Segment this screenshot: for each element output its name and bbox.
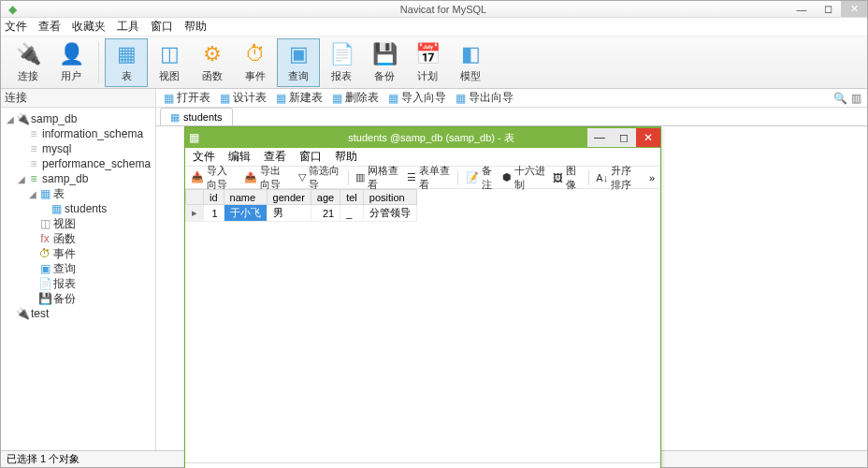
tree-twisty-icon[interactable]: ◢ bbox=[7, 114, 16, 124]
tree-item-icon: ≡ bbox=[27, 127, 40, 140]
menu-查看[interactable]: 查看 bbox=[38, 19, 61, 35]
table-icon: ▦ bbox=[170, 111, 180, 124]
tree-item-label: mysql bbox=[40, 142, 71, 155]
ribbon-用户[interactable]: 👤用户 bbox=[50, 38, 93, 87]
tree-报表[interactable]: 📄报表 bbox=[1, 276, 155, 291]
childtool-导入向导[interactable]: 📥导入向导 bbox=[191, 164, 237, 192]
childtool-十六进制[interactable]: ⬢十六进制 bbox=[502, 164, 545, 192]
ribbon-视图[interactable]: ◫视图 bbox=[148, 38, 191, 87]
connection-tree[interactable]: ◢🔌samp_db≡information_schema≡mysql≡perfo… bbox=[1, 108, 156, 450]
sectool-设计表[interactable]: ▦ 设计表 bbox=[220, 90, 267, 106]
tree-samp_db[interactable]: ◢≡samp_db bbox=[1, 171, 155, 186]
tree-item-icon: ▦ bbox=[38, 187, 51, 200]
tree-表[interactable]: ◢▦表 bbox=[1, 186, 155, 201]
tree-twisty-icon[interactable]: ◢ bbox=[18, 174, 27, 184]
child-minimize[interactable]: — bbox=[587, 128, 612, 147]
tree-mysql[interactable]: ≡mysql bbox=[1, 141, 155, 156]
tree-information_schema[interactable]: ≡information_schema bbox=[1, 126, 155, 141]
col-tel[interactable]: tel bbox=[340, 190, 364, 205]
报表-icon: 📄 bbox=[328, 41, 354, 67]
childtool-图像[interactable]: 🖼图像 bbox=[553, 164, 580, 192]
childtool-网格查看[interactable]: ▥网格查看 bbox=[355, 164, 398, 192]
menu-帮助[interactable]: 帮助 bbox=[184, 19, 207, 35]
data-grid[interactable]: idnamegenderagetelposition▸1于小飞男21_分管领导 bbox=[185, 189, 660, 462]
nav-btn-5[interactable]: ＋ bbox=[269, 464, 281, 468]
menu-窗口[interactable]: 窗口 bbox=[151, 19, 173, 35]
col-id[interactable]: id bbox=[204, 190, 224, 205]
sectool-打开表[interactable]: ▦ 打开表 bbox=[164, 90, 210, 106]
cell-age[interactable]: 21 bbox=[311, 205, 340, 222]
tree-test[interactable]: 🔌test bbox=[1, 306, 155, 321]
tree-item-icon: 🔌 bbox=[16, 307, 29, 320]
tab-students[interactable]: ▦students bbox=[160, 108, 233, 125]
tree-item-label: 事件 bbox=[51, 246, 76, 262]
window-close[interactable]: ✕ bbox=[841, 1, 867, 17]
ribbon-事件[interactable]: ⏱事件 bbox=[234, 38, 277, 87]
child-menu-文件[interactable]: 文件 bbox=[193, 149, 215, 165]
ribbon-模型[interactable]: ◧模型 bbox=[449, 38, 492, 87]
child-maximize[interactable]: ◻ bbox=[612, 128, 636, 147]
tree-item-icon: ≡ bbox=[27, 157, 40, 170]
ribbon-label: 备份 bbox=[374, 69, 395, 83]
ribbon-连接[interactable]: 🔌连接 bbox=[7, 38, 50, 87]
ribbon-label: 视图 bbox=[159, 69, 180, 83]
cell-position[interactable]: 分管领导 bbox=[363, 205, 416, 222]
child-menu-窗口[interactable]: 窗口 bbox=[299, 149, 322, 165]
child-menu-查看[interactable]: 查看 bbox=[264, 149, 286, 165]
col-age[interactable]: age bbox=[311, 190, 340, 205]
ribbon-label: 用户 bbox=[61, 69, 81, 83]
window-minimize[interactable]: — bbox=[788, 1, 815, 17]
sectool-删除表[interactable]: ▦ 删除表 bbox=[332, 90, 379, 106]
app-icon: ◆ bbox=[5, 2, 20, 17]
tree-twisty-icon[interactable]: ◢ bbox=[29, 189, 38, 199]
sectool-新建表[interactable]: ▦ 新建表 bbox=[276, 90, 323, 106]
childtool-表单查看[interactable]: ☰表单查看 bbox=[407, 164, 450, 192]
ribbon-查询[interactable]: ▣查询 bbox=[277, 38, 320, 87]
childtool-备注[interactable]: 📝备注 bbox=[466, 164, 496, 192]
cell-tel[interactable]: _ bbox=[340, 205, 364, 222]
tree-事件[interactable]: ⏱事件 bbox=[1, 246, 155, 261]
childtool-升序排序[interactable]: A↓升序排序 bbox=[596, 164, 642, 192]
child-menu-帮助[interactable]: 帮助 bbox=[335, 149, 357, 165]
cell-gender[interactable]: 男 bbox=[267, 205, 311, 222]
menu-文件[interactable]: 文件 bbox=[5, 19, 27, 35]
toolbar-overflow-icon[interactable]: » bbox=[649, 172, 655, 183]
ribbon-表[interactable]: ▦表 bbox=[105, 38, 148, 87]
tree-item-label: 备份 bbox=[51, 291, 76, 307]
cell-name[interactable]: 于小飞 bbox=[224, 205, 267, 222]
函数-icon: ⚙ bbox=[199, 41, 225, 67]
ribbon-函数[interactable]: ⚙函数 bbox=[191, 38, 234, 87]
事件-icon: ⏱ bbox=[242, 41, 268, 67]
tree-item-label: 视图 bbox=[51, 216, 76, 232]
childtool-导出向导[interactable]: 📤导出向导 bbox=[244, 164, 290, 192]
menu-收藏夹[interactable]: 收藏夹 bbox=[72, 19, 106, 35]
row-header[interactable]: ▸ bbox=[186, 205, 204, 222]
sectool-导出向导[interactable]: ▦ 导出向导 bbox=[456, 90, 514, 106]
ribbon-备份[interactable]: 💾备份 bbox=[363, 38, 406, 87]
menu-工具[interactable]: 工具 bbox=[117, 19, 139, 35]
备份-icon: 💾 bbox=[371, 41, 398, 67]
col-name[interactable]: name bbox=[224, 190, 267, 205]
sectool-导入向导[interactable]: ▦ 导入向导 bbox=[388, 90, 446, 106]
筛选向导-icon: ▽ bbox=[298, 171, 306, 183]
child-close[interactable]: ✕ bbox=[636, 128, 660, 147]
cell-id[interactable]: 1 bbox=[204, 205, 224, 222]
升序排序-icon: A↓ bbox=[596, 172, 608, 183]
tree-performance_schema[interactable]: ≡performance_schema bbox=[1, 156, 155, 171]
ribbon-报表[interactable]: 📄报表 bbox=[320, 38, 363, 87]
panel-toggle-icon[interactable]: ▥ bbox=[851, 92, 861, 105]
ribbon-计划[interactable]: 📅计划 bbox=[406, 38, 449, 87]
window-maximize[interactable]: ◻ bbox=[815, 1, 841, 17]
tree-item-icon: ≡ bbox=[27, 172, 40, 185]
search-icon[interactable]: 🔍 bbox=[833, 92, 847, 105]
childtool-筛选向导[interactable]: ▽筛选向导 bbox=[298, 164, 340, 192]
tree-samp_db[interactable]: ◢🔌samp_db bbox=[1, 111, 155, 126]
col-gender[interactable]: gender bbox=[267, 190, 311, 205]
tree-students[interactable]: ▦students bbox=[1, 201, 155, 216]
tree-备份[interactable]: 💾备份 bbox=[1, 291, 155, 306]
tree-函数[interactable]: fx函数 bbox=[1, 231, 155, 246]
col-position[interactable]: position bbox=[363, 190, 416, 205]
tree-视图[interactable]: ◫视图 bbox=[1, 216, 155, 231]
tree-查询[interactable]: ▣查询 bbox=[1, 261, 155, 276]
child-menu-编辑[interactable]: 编辑 bbox=[228, 149, 251, 165]
